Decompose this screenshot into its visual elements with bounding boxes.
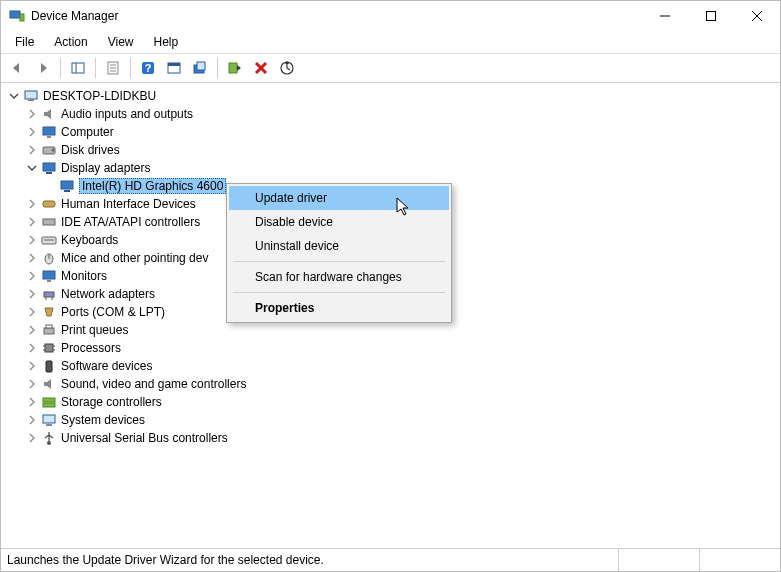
system-icon <box>41 412 57 428</box>
chevron-right-icon[interactable] <box>25 251 39 265</box>
display-adapter-icon <box>41 160 57 176</box>
tree-root[interactable]: DESKTOP-LDIDKBU <box>7 87 778 105</box>
chevron-right-icon[interactable] <box>25 305 39 319</box>
chevron-right-icon[interactable] <box>25 395 39 409</box>
svg-rect-33 <box>43 219 55 225</box>
menu-view[interactable]: View <box>98 33 144 51</box>
software-icon <box>41 358 57 374</box>
tree-item-computer[interactable]: Computer <box>25 123 778 141</box>
toolbar-separator <box>95 58 96 78</box>
svg-rect-32 <box>43 201 55 207</box>
chevron-right-icon[interactable] <box>25 269 39 283</box>
tree-item-processors[interactable]: Processors <box>25 339 778 357</box>
chevron-right-icon[interactable] <box>25 341 39 355</box>
chevron-right-icon[interactable] <box>25 233 39 247</box>
chevron-right-icon[interactable] <box>25 287 39 301</box>
tree-item-label: Software devices <box>61 359 152 373</box>
tree-item-label: Keyboards <box>61 233 118 247</box>
window-title: Device Manager <box>31 9 118 23</box>
tree-item-label: Processors <box>61 341 121 355</box>
svg-rect-0 <box>10 11 20 18</box>
context-update-driver[interactable]: Update driver <box>229 186 449 210</box>
menu-file[interactable]: File <box>5 33 44 51</box>
usb-icon <box>41 430 57 446</box>
tree-item-sound[interactable]: Sound, video and game controllers <box>25 375 778 393</box>
svg-rect-29 <box>46 172 52 174</box>
context-scan-hardware[interactable]: Scan for hardware changes <box>229 265 449 289</box>
chevron-right-icon[interactable] <box>25 107 39 121</box>
chevron-down-icon[interactable] <box>25 161 39 175</box>
svg-rect-39 <box>47 280 51 282</box>
status-cell <box>699 549 780 571</box>
chevron-right-icon[interactable] <box>25 125 39 139</box>
tree-item-audio[interactable]: Audio inputs and outputs <box>25 105 778 123</box>
context-properties[interactable]: Properties <box>229 296 449 320</box>
close-button[interactable] <box>734 1 780 31</box>
svg-rect-6 <box>72 63 84 73</box>
svg-rect-31 <box>64 190 70 192</box>
maximize-button[interactable] <box>688 1 734 31</box>
tree-item-label: Display adapters <box>61 161 150 175</box>
tree-item-label: Human Interface Devices <box>61 197 196 211</box>
help-button[interactable]: ? <box>136 56 160 80</box>
context-uninstall-device[interactable]: Uninstall device <box>229 234 449 258</box>
scan-hardware-button[interactable] <box>275 56 299 80</box>
menu-help[interactable]: Help <box>144 33 189 51</box>
forward-button[interactable] <box>31 56 55 80</box>
status-cell <box>618 549 699 571</box>
tree-item-disk[interactable]: Disk drives <box>25 141 778 159</box>
chevron-down-icon[interactable] <box>7 89 21 103</box>
context-menu: Update driver Disable device Uninstall d… <box>226 183 452 323</box>
toolbar: ? <box>1 54 780 83</box>
minimize-button[interactable] <box>642 1 688 31</box>
svg-rect-17 <box>197 62 205 70</box>
tree-item-label: System devices <box>61 413 145 427</box>
chevron-right-icon[interactable] <box>25 197 39 211</box>
tree-item-printq[interactable]: Print queues <box>25 321 778 339</box>
tree-item-system[interactable]: System devices <box>25 411 778 429</box>
context-separator <box>233 292 445 293</box>
menu-action[interactable]: Action <box>44 33 97 51</box>
enable-device-button[interactable] <box>223 56 247 80</box>
tree-item-software[interactable]: Software devices <box>25 357 778 375</box>
tree-item-label: Mice and other pointing dev <box>61 251 208 265</box>
svg-point-27 <box>52 149 55 152</box>
chevron-right-icon[interactable] <box>25 143 39 157</box>
tree-item-display[interactable]: Display adapters <box>25 159 778 177</box>
chevron-right-icon[interactable] <box>25 359 39 373</box>
chevron-right-icon[interactable] <box>25 431 39 445</box>
svg-rect-1 <box>20 14 24 21</box>
scan-button-small[interactable] <box>162 56 186 80</box>
storage-icon <box>41 394 57 410</box>
tree-item-label: Audio inputs and outputs <box>61 107 193 121</box>
chevron-right-icon[interactable] <box>25 377 39 391</box>
properties-button[interactable] <box>101 56 125 80</box>
ide-icon <box>41 214 57 230</box>
caption-buttons <box>642 1 780 31</box>
context-disable-device[interactable]: Disable device <box>229 210 449 234</box>
uninstall-device-button[interactable] <box>249 56 273 80</box>
computer-icon <box>23 88 39 104</box>
chevron-right-icon[interactable] <box>25 323 39 337</box>
show-hide-console-button[interactable] <box>66 56 90 80</box>
svg-rect-51 <box>43 398 55 402</box>
chevron-right-icon[interactable] <box>25 215 39 229</box>
display-adapter-icon <box>59 178 75 194</box>
titlebar: Device Manager <box>1 1 780 31</box>
keyboard-icon <box>41 232 57 248</box>
chevron-right-icon[interactable] <box>25 413 39 427</box>
cpu-icon <box>41 340 57 356</box>
svg-rect-24 <box>43 127 55 135</box>
back-button[interactable] <box>5 56 29 80</box>
device-tree-pane[interactable]: DESKTOP-LDIDKBU Audio inputs and outputs… <box>1 83 780 548</box>
svg-rect-44 <box>46 325 52 328</box>
tree-item-label: Network adapters <box>61 287 155 301</box>
tree-item-usb[interactable]: Universal Serial Bus controllers <box>25 429 778 447</box>
svg-rect-28 <box>43 163 55 171</box>
tree-item-label: Ports (COM & LPT) <box>61 305 165 319</box>
device-manager-window: Device Manager File Action View Help <box>0 0 781 572</box>
tree-root-label: DESKTOP-LDIDKBU <box>43 89 156 103</box>
tree-item-label: Print queues <box>61 323 128 337</box>
update-driver-button[interactable] <box>188 56 212 80</box>
tree-item-storage[interactable]: Storage controllers <box>25 393 778 411</box>
